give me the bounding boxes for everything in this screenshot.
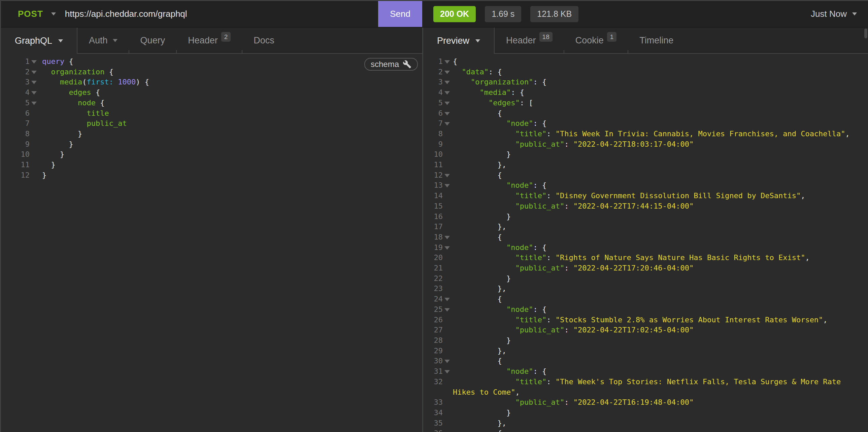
code-text[interactable]: "data": { (453, 67, 864, 77)
response-json-viewer[interactable]: 1{2 "data": {3 "organization": {4 "media… (423, 54, 868, 432)
code-line[interactable]: 11 } (1, 160, 422, 170)
code-text[interactable]: title (42, 108, 422, 119)
code-line[interactable]: 31 "node": { (423, 366, 864, 377)
fold-arrow-icon[interactable] (443, 180, 453, 191)
code-text[interactable]: "title": "The Week's Top Stories: Netfli… (453, 377, 864, 397)
code-text[interactable]: } (453, 149, 864, 160)
fold-arrow-icon[interactable] (443, 242, 453, 253)
code-line[interactable]: 3 "organization": { (423, 77, 864, 88)
code-text[interactable]: } (42, 160, 422, 170)
code-text[interactable]: { (453, 170, 864, 181)
fold-arrow-icon[interactable] (30, 98, 42, 108)
fold-arrow-icon[interactable] (443, 232, 453, 242)
code-text[interactable]: "public_at": "2022-04-22T17:20:46-04:00" (453, 263, 864, 273)
tab-cookie[interactable]: Cookie 1 (564, 28, 628, 53)
code-text[interactable]: }, (453, 418, 864, 429)
code-line[interactable]: 5 "edges": [ (423, 98, 864, 108)
code-line[interactable]: 21 "public_at": "2022-04-22T17:20:46-04:… (423, 263, 864, 273)
code-text[interactable]: "title": "Stocks Stumble 2.8% as Worries… (453, 315, 864, 325)
graphql-query-editor[interactable]: 1query {2 organization {3 media(first: 1… (1, 54, 422, 432)
code-text[interactable]: "public_at": "2022-04-22T18:03:17-04:00" (453, 139, 864, 150)
fold-arrow-icon[interactable] (443, 366, 453, 377)
code-line[interactable]: 17 }, (423, 222, 864, 232)
code-line[interactable]: 3 media(first: 1000) { (1, 77, 422, 88)
fold-arrow-icon[interactable] (443, 77, 453, 88)
code-text[interactable]: { (453, 428, 864, 432)
code-text[interactable]: "edges": [ (453, 98, 864, 108)
code-line[interactable]: 8 } (1, 129, 422, 139)
fold-arrow-icon[interactable] (443, 67, 453, 77)
fold-arrow-icon[interactable] (443, 108, 453, 119)
code-text[interactable]: }, (453, 346, 864, 356)
code-line[interactable]: 30 { (423, 356, 864, 366)
code-line[interactable]: 26 "title": "Stocks Stumble 2.8% as Worr… (423, 315, 864, 325)
code-text[interactable]: } (42, 129, 422, 139)
tab-docs[interactable]: Docs (242, 28, 286, 53)
code-line[interactable]: 16 } (423, 212, 864, 222)
code-text[interactable]: }, (453, 222, 864, 232)
code-text[interactable]: } (42, 170, 422, 181)
code-text[interactable]: } (42, 149, 422, 160)
code-line[interactable]: 8 "title": "This Week In Trivia: Cannabi… (423, 129, 864, 139)
code-line[interactable]: 29 }, (423, 346, 864, 356)
code-line[interactable]: 11 }, (423, 160, 864, 170)
fold-arrow-icon[interactable] (443, 88, 453, 98)
code-text[interactable]: "title": "This Week In Trivia: Cannabis,… (453, 129, 864, 139)
code-line[interactable]: 6 title (1, 108, 422, 119)
fold-arrow-icon[interactable] (443, 356, 453, 366)
code-line[interactable]: 7 public_at (1, 119, 422, 129)
code-text[interactable]: "node": { (453, 366, 864, 377)
code-line[interactable]: 14 "title": "Disney Government Dissoluti… (423, 191, 864, 201)
code-text[interactable]: "title": "Disney Government Dissolution … (453, 191, 864, 201)
code-line[interactable]: 19 "node": { (423, 242, 864, 253)
code-text[interactable]: public_at (42, 119, 422, 129)
code-line[interactable]: 20 "title": "Rights of Nature Says Natur… (423, 253, 864, 263)
code-line[interactable]: 35 }, (423, 418, 864, 429)
code-line[interactable]: 23 }, (423, 284, 864, 294)
schema-button[interactable]: schema (364, 58, 418, 71)
code-line[interactable]: 18 { (423, 232, 864, 242)
code-line[interactable]: 10 } (423, 149, 864, 160)
code-text[interactable]: edges { (42, 88, 422, 98)
code-text[interactable]: } (42, 139, 422, 150)
code-line[interactable]: 13 "node": { (423, 180, 864, 191)
code-line[interactable]: 10 } (1, 149, 422, 160)
code-line[interactable]: 34 } (423, 408, 864, 418)
code-text[interactable]: } (453, 273, 864, 284)
code-text[interactable]: { (453, 356, 864, 366)
fold-arrow-icon[interactable] (443, 98, 453, 108)
tab-timeline[interactable]: Timeline (628, 28, 685, 53)
fold-arrow-icon[interactable] (443, 57, 453, 67)
code-text[interactable]: media(first: 1000) { (42, 77, 422, 88)
code-text[interactable]: } (453, 212, 864, 222)
fold-arrow-icon[interactable] (443, 294, 453, 304)
tab-query[interactable]: Query (129, 28, 177, 53)
code-line[interactable]: 22 } (423, 273, 864, 284)
code-line[interactable]: 33 "public_at": "2022-04-22T16:19:48-04:… (423, 397, 864, 408)
code-line[interactable]: 7 "node": { (423, 119, 864, 129)
code-line[interactable]: 12} (1, 170, 422, 181)
code-line[interactable]: 28 } (423, 335, 864, 346)
code-text[interactable]: "public_at": "2022-04-22T17:02:45-04:00" (453, 325, 864, 335)
code-text[interactable]: } (453, 408, 864, 418)
code-text[interactable]: organization { (42, 67, 422, 77)
code-text[interactable]: "node": { (453, 242, 864, 253)
fold-arrow-icon[interactable] (443, 304, 453, 315)
fold-arrow-icon[interactable] (30, 57, 42, 67)
scrollbar-thumb[interactable] (864, 29, 867, 38)
code-line[interactable]: 2 organization { (1, 67, 422, 77)
tab-header[interactable]: Header 2 (177, 28, 242, 53)
code-text[interactable]: "organization": { (453, 77, 864, 88)
code-line[interactable]: 24 { (423, 294, 864, 304)
code-line[interactable]: 4 edges { (1, 88, 422, 98)
code-text[interactable]: "node": { (453, 180, 864, 191)
fold-arrow-icon[interactable] (443, 170, 453, 181)
tab-body-graphql[interactable]: GraphQL (1, 28, 78, 54)
fold-arrow-icon[interactable] (30, 77, 42, 88)
code-text[interactable]: } (453, 335, 864, 346)
code-text[interactable]: { (453, 232, 864, 242)
code-text[interactable]: { (453, 108, 864, 119)
code-line[interactable]: 1{ (423, 57, 864, 67)
code-line[interactable]: 6 { (423, 108, 864, 119)
tab-auth[interactable]: Auth (78, 28, 129, 53)
